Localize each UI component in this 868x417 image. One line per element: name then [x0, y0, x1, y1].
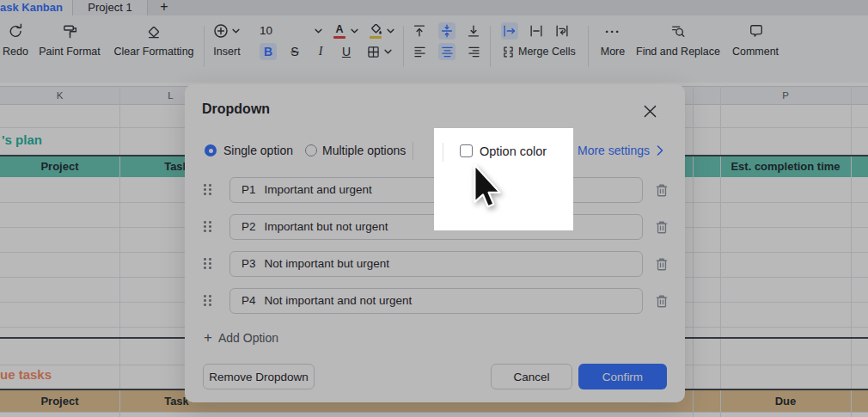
option-color-label[interactable]: Option color	[480, 143, 547, 160]
mouse-cursor-icon	[473, 163, 502, 210]
app-window: ask Kanban Project 1 + Redo Paint Format…	[0, 0, 868, 417]
dialog-divider	[443, 143, 443, 162]
tutorial-spotlight: Option color	[434, 128, 573, 230]
option-color-checkbox[interactable]	[460, 144, 473, 157]
